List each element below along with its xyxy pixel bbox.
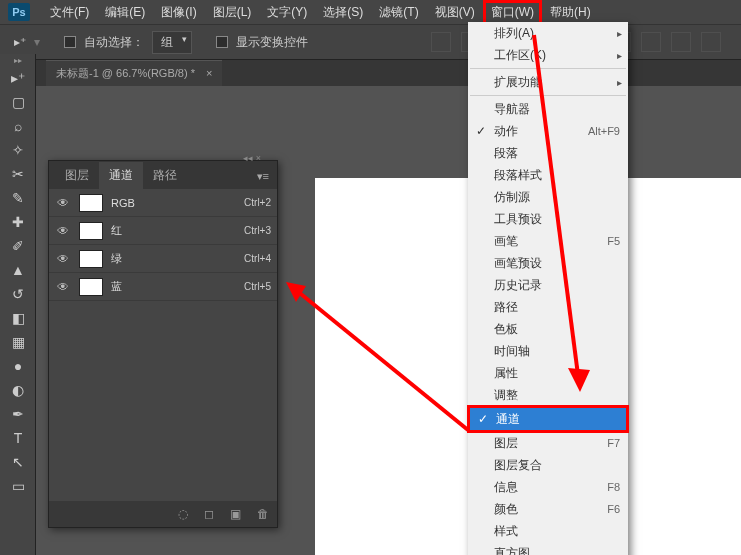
menu-image[interactable]: 图像(I)	[153, 0, 204, 25]
document-title: 未标题-1 @ 66.7%(RGB/8) *	[56, 67, 195, 79]
move-tool-icon: ▸⁺	[14, 35, 26, 49]
menu-layer[interactable]: 图层(L)	[205, 0, 260, 25]
channel-shortcut: Ctrl+3	[244, 225, 271, 236]
auto-select-checkbox[interactable]	[64, 36, 76, 48]
menu-item-histogram[interactable]: 直方图	[468, 542, 628, 555]
menu-item-info[interactable]: 信息F8	[468, 476, 628, 498]
channel-thumb	[79, 194, 103, 212]
move-tool-icon[interactable]: ▸⁺	[3, 67, 33, 89]
menu-select[interactable]: 选择(S)	[315, 0, 371, 25]
menu-edit[interactable]: 编辑(E)	[97, 0, 153, 25]
menu-item-clone-source[interactable]: 仿制源	[468, 186, 628, 208]
menu-item-swatches[interactable]: 色板	[468, 318, 628, 340]
app-logo: Ps	[8, 3, 30, 21]
shape-tool-icon[interactable]: ▭	[3, 475, 33, 497]
tab-layers[interactable]: 图层	[55, 162, 99, 189]
menu-item-layers[interactable]: 图层F7	[468, 432, 628, 454]
eyedropper-tool-icon[interactable]: ✎	[3, 187, 33, 209]
menubar: Ps 文件(F) 编辑(E) 图像(I) 图层(L) 文字(Y) 选择(S) 滤…	[0, 0, 741, 24]
delete-channel-icon[interactable]: 🗑	[257, 507, 269, 521]
menu-item-navigator[interactable]: 导航器	[468, 98, 628, 120]
menu-filter[interactable]: 滤镜(T)	[371, 0, 426, 25]
menu-window[interactable]: 窗口(W)	[483, 0, 542, 25]
menu-view[interactable]: 视图(V)	[427, 0, 483, 25]
options-bar: ▸⁺ ▾ 自动选择： 组 显示变换控件	[0, 24, 741, 60]
menu-type[interactable]: 文字(Y)	[259, 0, 315, 25]
visibility-icon[interactable]: 👁	[55, 280, 71, 294]
menu-item-channels[interactable]: ✓通道	[470, 408, 626, 430]
expand-toolbar-icon[interactable]: ▸▸	[3, 55, 33, 65]
history-brush-icon[interactable]: ↺	[3, 283, 33, 305]
heal-tool-icon[interactable]: ✚	[3, 211, 33, 233]
window-menu-dropdown: 排列(A) 工作区(K) 扩展功能 导航器 ✓动作Alt+F9 段落 段落样式 …	[468, 22, 628, 555]
menu-item-adjustments[interactable]: 调整	[468, 384, 628, 406]
menu-item-properties[interactable]: 属性	[468, 362, 628, 384]
channel-row-rgb[interactable]: 👁 RGB Ctrl+2	[49, 189, 277, 217]
channel-shortcut: Ctrl+4	[244, 253, 271, 264]
type-tool-icon[interactable]: T	[3, 427, 33, 449]
visibility-icon[interactable]: 👁	[55, 224, 71, 238]
close-tab-icon[interactable]: ×	[206, 67, 212, 79]
align-icon[interactable]	[431, 32, 451, 52]
align-icon[interactable]	[641, 32, 661, 52]
show-transform-checkbox[interactable]	[216, 36, 228, 48]
visibility-icon[interactable]: 👁	[55, 196, 71, 210]
channel-row-red[interactable]: 👁 红 Ctrl+3	[49, 217, 277, 245]
channel-shortcut: Ctrl+5	[244, 281, 271, 292]
show-transform-label: 显示变换控件	[236, 34, 308, 51]
channel-name: 蓝	[111, 279, 244, 294]
channel-thumb	[79, 222, 103, 240]
new-channel-icon[interactable]: ▣	[230, 507, 241, 521]
auto-select-dropdown[interactable]: 组	[152, 31, 192, 54]
menu-help[interactable]: 帮助(H)	[542, 0, 599, 25]
menu-item-paragraph[interactable]: 段落	[468, 142, 628, 164]
save-selection-icon[interactable]: ◻	[204, 507, 214, 521]
menu-item-actions[interactable]: ✓动作Alt+F9	[468, 120, 628, 142]
stamp-tool-icon[interactable]: ▲	[3, 259, 33, 281]
tools-panel: ▸▸ ▸⁺ ▢ ⌕ ✧ ✂ ✎ ✚ ✐ ▲ ↺ ◧ ▦ ● ◐ ✒ T ↖ ▭	[0, 54, 36, 555]
channel-thumb	[79, 278, 103, 296]
align-icon[interactable]	[671, 32, 691, 52]
menu-file[interactable]: 文件(F)	[42, 0, 97, 25]
menu-item-color[interactable]: 颜色F6	[468, 498, 628, 520]
eraser-tool-icon[interactable]: ◧	[3, 307, 33, 329]
channel-row-green[interactable]: 👁 绿 Ctrl+4	[49, 245, 277, 273]
marquee-tool-icon[interactable]: ▢	[3, 91, 33, 113]
menu-item-timeline[interactable]: 时间轴	[468, 340, 628, 362]
visibility-icon[interactable]: 👁	[55, 252, 71, 266]
menu-item-paths[interactable]: 路径	[468, 296, 628, 318]
menu-separator	[470, 68, 626, 69]
document-tabbar: 未标题-1 @ 66.7%(RGB/8) * ×	[0, 60, 741, 86]
menu-item-extensions[interactable]: 扩展功能	[468, 71, 628, 93]
wand-tool-icon[interactable]: ✧	[3, 139, 33, 161]
menu-item-tool-presets[interactable]: 工具预设	[468, 208, 628, 230]
path-tool-icon[interactable]: ↖	[3, 451, 33, 473]
blur-tool-icon[interactable]: ●	[3, 355, 33, 377]
menu-item-arrange[interactable]: 排列(A)	[468, 22, 628, 44]
channel-name: 绿	[111, 251, 244, 266]
align-icon[interactable]	[701, 32, 721, 52]
pen-tool-icon[interactable]: ✒	[3, 403, 33, 425]
menu-separator	[470, 95, 626, 96]
menu-item-brush-presets[interactable]: 画笔预设	[468, 252, 628, 274]
crop-tool-icon[interactable]: ✂	[3, 163, 33, 185]
panel-menu-icon[interactable]: ▾≡	[249, 164, 277, 189]
menu-item-layer-comps[interactable]: 图层复合	[468, 454, 628, 476]
gradient-tool-icon[interactable]: ▦	[3, 331, 33, 353]
load-selection-icon[interactable]: ◌	[178, 507, 188, 521]
tab-channels[interactable]: 通道	[99, 162, 143, 189]
menu-item-channels-highlight: ✓通道	[467, 405, 629, 433]
brush-tool-icon[interactable]: ✐	[3, 235, 33, 257]
menu-item-paragraph-styles[interactable]: 段落样式	[468, 164, 628, 186]
panel-collapse-icon[interactable]: ◂◂ ×	[243, 153, 261, 163]
tab-paths[interactable]: 路径	[143, 162, 187, 189]
menu-item-brush[interactable]: 画笔F5	[468, 230, 628, 252]
menu-item-history[interactable]: 历史记录	[468, 274, 628, 296]
menu-item-workspace[interactable]: 工作区(K)	[468, 44, 628, 66]
channel-row-blue[interactable]: 👁 蓝 Ctrl+5	[49, 273, 277, 301]
menu-item-styles[interactable]: 样式	[468, 520, 628, 542]
lasso-tool-icon[interactable]: ⌕	[3, 115, 33, 137]
document-tab[interactable]: 未标题-1 @ 66.7%(RGB/8) * ×	[46, 60, 222, 86]
channels-panel: ◂◂ × 图层 通道 路径 ▾≡ 👁 RGB Ctrl+2 👁 红 Ctrl+3…	[48, 160, 278, 528]
dodge-tool-icon[interactable]: ◐	[3, 379, 33, 401]
